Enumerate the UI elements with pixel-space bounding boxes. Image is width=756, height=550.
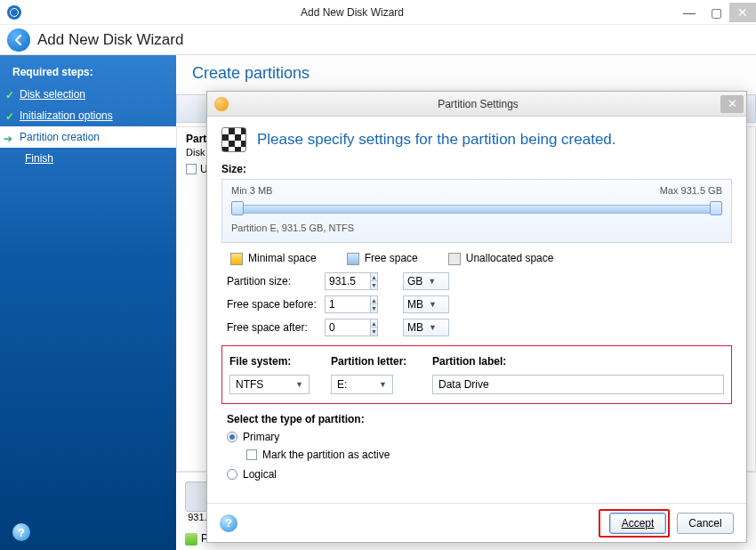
unit-value: MB (407, 321, 423, 334)
free-before-input[interactable] (325, 295, 371, 313)
filesystem-value: NTFS (236, 378, 263, 391)
partition-settings-dialog: Partition Settings ✕ Please specify sett… (206, 91, 747, 543)
size-label: Size: (221, 163, 732, 175)
wizard-header: Add New Disk Wizard (0, 25, 756, 55)
unit-value: MB (407, 298, 423, 311)
logical-label: Logical (243, 468, 277, 481)
arrow-right-icon: ➔ (4, 133, 12, 145)
accept-button[interactable]: Accept (609, 513, 666, 534)
maximize-button[interactable]: ▢ (703, 3, 729, 22)
chevron-up-icon: ▲ (371, 273, 377, 282)
step-disk-selection[interactable]: ✓Disk selection (0, 84, 176, 105)
unit-value: GB (407, 275, 422, 287)
check-icon: ✓ (5, 89, 14, 101)
size-slider[interactable] (235, 199, 719, 217)
chevron-up-icon: ▲ (371, 296, 377, 305)
dialog-titlebar: Partition Settings ✕ (207, 92, 746, 117)
mark-active-label: Mark the partition as active (262, 449, 390, 461)
filesystem-heading: File system: (229, 355, 327, 368)
legend-unalloc: Unallocated space (466, 252, 554, 264)
help-button[interactable]: ? (12, 523, 30, 541)
free-after-input[interactable] (325, 319, 371, 336)
dialog-icon (214, 97, 229, 111)
slider-thumb-left[interactable] (231, 201, 244, 215)
partition-info: Partition E, 931.5 GB, NTFS (231, 222, 722, 233)
step-label: Initialization options (20, 109, 113, 122)
specify-text: Please specify settings for the partitio… (257, 131, 616, 149)
radio-icon (227, 469, 237, 480)
dialog-footer: ? Accept Cancel (207, 503, 746, 542)
primary-radio[interactable]: Primary (227, 431, 732, 443)
logical-radio[interactable]: Logical (227, 468, 732, 481)
label-heading: Partition label: (432, 355, 724, 368)
flag-icon (221, 127, 246, 152)
letter-value: E: (337, 378, 347, 391)
partition-size-label: Partition size: (227, 275, 325, 287)
ptype-heading: Select the type of partition: (227, 413, 732, 425)
header-title: Add New Disk Wizard (37, 31, 183, 49)
mark-active-checkbox[interactable]: Mark the partition as active (246, 449, 732, 461)
chevron-down-icon: ▼ (371, 281, 377, 289)
step-partition-creation[interactable]: ➔Partition creation (0, 126, 176, 148)
arrow-left-icon (12, 34, 25, 46)
close-button[interactable]: ✕ (729, 3, 756, 22)
letter-select[interactable]: E:▼ (331, 375, 393, 394)
free-before-unit-select[interactable]: MB▼ (403, 295, 449, 313)
title-bar: Add New Disk Wizard — ▢ ✕ (0, 0, 756, 25)
legend-row: Minimal space Free space Unallocated spa… (230, 252, 732, 265)
chevron-down-icon: ▼ (428, 277, 436, 286)
back-button[interactable] (7, 28, 30, 52)
filesystem-select[interactable]: NTFS▼ (229, 375, 310, 394)
partition-label-input[interactable] (432, 375, 724, 394)
letter-heading: Partition letter: (331, 355, 429, 368)
free-after-label: Free space after: (227, 321, 325, 334)
chevron-down-icon: ▼ (429, 300, 437, 309)
size-slider-box: Min 3 MB Max 931.5 GB Partition E, 931.5… (221, 179, 732, 243)
filesystem-section: File system: Partition letter: Partition… (221, 345, 732, 404)
check-icon: ✓ (5, 110, 14, 123)
step-label: Partition creation (20, 131, 100, 143)
free-swatch-icon (347, 253, 359, 265)
sidebar-heading: Required steps: (0, 61, 176, 84)
partition-size-unit-select[interactable]: GB▼ (403, 272, 449, 290)
step-label: Finish (25, 152, 53, 165)
dialog-help-button[interactable]: ? (220, 514, 237, 532)
chevron-up-icon: ▲ (371, 319, 377, 328)
free-before-label: Free space before: (227, 298, 325, 311)
partition-size-input[interactable] (325, 272, 371, 290)
step-label: Disk selection (20, 88, 85, 101)
free-after-spinner[interactable]: ▲▼ (371, 319, 378, 336)
legend-free: Free space (365, 252, 418, 264)
primary-swatch-icon (185, 533, 197, 546)
page-title: Create partitions (176, 55, 756, 92)
cancel-button[interactable]: Cancel (677, 513, 734, 534)
bg-un-check[interactable] (186, 164, 197, 174)
window-controls: — ▢ ✕ (676, 3, 756, 22)
partition-size-spinner[interactable]: ▲▼ (371, 272, 378, 290)
chevron-down-icon: ▼ (379, 380, 387, 389)
window-title: Add New Disk Wizard (28, 6, 676, 19)
chevron-down-icon: ▼ (429, 323, 437, 332)
primary-label: Primary (243, 431, 279, 443)
radio-icon (227, 432, 237, 442)
free-before-spinner[interactable]: ▲▼ (371, 295, 378, 313)
chevron-down-icon: ▼ (371, 328, 377, 336)
step-initialization-options[interactable]: ✓Initialization options (0, 105, 176, 126)
chevron-down-icon: ▼ (295, 380, 303, 389)
partition-type-section: Select the type of partition: Primary Ma… (227, 413, 732, 481)
dialog-close-button[interactable]: ✕ (720, 95, 744, 113)
dialog-body: Please specify settings for the partitio… (207, 117, 746, 481)
unalloc-swatch-icon (448, 253, 461, 265)
dialog-title: Partition Settings (236, 98, 720, 110)
free-after-unit-select[interactable]: MB▼ (403, 319, 449, 336)
app-icon (7, 5, 21, 20)
minimize-button[interactable]: — (676, 3, 703, 22)
step-finish[interactable]: Finish (0, 148, 176, 169)
slider-thumb-right[interactable] (710, 201, 722, 215)
checkbox-icon (246, 449, 257, 460)
steps-sidebar: Required steps: ✓Disk selection ✓Initial… (0, 55, 176, 550)
size-max-label: Max 931.5 GB (660, 185, 722, 196)
chevron-down-icon: ▼ (371, 304, 377, 312)
minimal-swatch-icon (230, 253, 243, 265)
accept-highlight: Accept (599, 509, 670, 538)
